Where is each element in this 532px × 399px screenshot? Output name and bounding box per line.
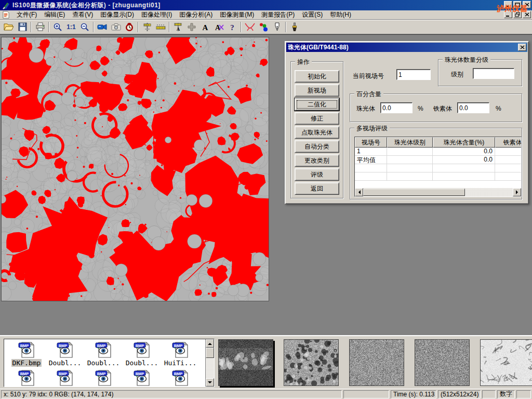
mdi-close-button[interactable] <box>523 11 531 18</box>
correct-button[interactable]: 修正 <box>295 112 339 125</box>
dialog-title-bar[interactable]: 珠光体(GB/T9441-88) <box>286 43 527 52</box>
scroll-down-button[interactable] <box>206 378 214 387</box>
menu-image-measure[interactable]: 图像测量(M) <box>216 10 258 20</box>
pearlite-percent-input[interactable] <box>380 102 413 113</box>
table-row[interactable]: 平均值 0.0 <box>355 156 521 164</box>
status-mode: 数字 <box>497 390 515 398</box>
ferrite-percent-input[interactable] <box>457 102 489 113</box>
current-field-input[interactable] <box>396 69 431 80</box>
menu-image-processing[interactable]: 图像处理(I) <box>138 10 176 20</box>
menu-view[interactable]: 查看(V) <box>69 10 97 20</box>
cell-pearlite <box>433 172 495 180</box>
actual-size-icon[interactable]: 1:1 <box>64 21 78 33</box>
status-empty-3 <box>516 390 531 398</box>
percent-group: 百分含量 珠光体 % 铁素体 % <box>350 94 522 122</box>
return-button[interactable]: 返回 <box>295 182 339 195</box>
thumbnail-1[interactable] <box>218 339 273 386</box>
pen-tool-icon[interactable] <box>270 21 284 33</box>
change-category-button[interactable]: 更改类别 <box>295 154 339 167</box>
bmp-file-icon <box>133 369 151 387</box>
color-points-icon[interactable] <box>257 21 270 33</box>
bmp-file-icon <box>171 341 189 358</box>
scroll-left-button[interactable] <box>355 188 363 196</box>
move-cross-icon[interactable] <box>185 21 198 33</box>
file-item[interactable]: Doubl... <box>46 341 84 367</box>
video-camera-icon[interactable] <box>96 21 109 33</box>
mdi-restore-button[interactable] <box>513 11 522 18</box>
scroll-up-button[interactable] <box>206 339 214 348</box>
grading-group-label: 珠光体数量分级 <box>443 56 490 64</box>
thumbnail-5[interactable] <box>480 339 532 386</box>
text-style-icon[interactable]: A <box>212 21 225 33</box>
menu-edit[interactable]: 编辑(E) <box>41 10 69 20</box>
scrollbar-thumb[interactable] <box>363 189 465 196</box>
file-list-scrollbar[interactable] <box>205 339 214 387</box>
menu-help[interactable]: 帮助(H) <box>326 10 355 20</box>
caliper-vertical-icon[interactable] <box>140 21 154 33</box>
table-row[interactable]: 1 0.0 <box>355 148 521 156</box>
file-item[interactable] <box>84 369 123 387</box>
file-item[interactable]: Doubl... <box>123 341 161 367</box>
file-item[interactable]: Doubl... <box>84 341 123 367</box>
rate-button[interactable]: 评级 <box>295 168 339 181</box>
file-item[interactable] <box>7 369 46 387</box>
thumbnail-strip <box>218 339 532 386</box>
new-field-button[interactable]: 新视场 <box>295 84 339 97</box>
toolbar-separator <box>138 22 139 32</box>
scrollbar-thumb[interactable] <box>206 348 214 358</box>
print-icon[interactable] <box>33 21 47 33</box>
menu-settings[interactable]: 设置(S) <box>298 10 326 20</box>
mdi-minimize-button[interactable] <box>504 11 512 18</box>
table-row[interactable] <box>355 164 521 172</box>
pearlite-dialog: 珠光体(GB/T9441-88) 操作 初始化 新视场 二值化 修正 点取珠光体… <box>285 41 529 204</box>
table-horizontal-scrollbar[interactable] <box>355 188 521 196</box>
metallographic-image[interactable] <box>1 37 269 301</box>
cell-ferrite <box>495 148 522 155</box>
file-item[interactable] <box>46 369 84 387</box>
zoom-out-icon[interactable] <box>78 21 91 33</box>
scrollbar-track[interactable] <box>465 188 513 196</box>
operations-group-label: 操作 <box>295 58 312 66</box>
capture-camera-icon[interactable] <box>109 21 123 33</box>
binarize-button[interactable]: 二值化 <box>295 98 339 111</box>
cell-pearlite: 0.0 <box>433 156 495 164</box>
timer-clock-icon[interactable] <box>123 21 136 33</box>
curve-tool-icon[interactable] <box>243 21 257 33</box>
menu-measure-report[interactable]: 测量报告(P) <box>258 10 298 20</box>
paint-brush-icon[interactable] <box>288 21 301 33</box>
ferrite-label: 铁素体 <box>433 104 452 113</box>
thumbnail-4[interactable] <box>415 339 470 386</box>
file-item[interactable]: DKF.bmp <box>7 341 46 367</box>
percent-group-label: 百分含量 <box>354 90 383 99</box>
window-close-button[interactable] <box>523 1 531 8</box>
thumbnail-3[interactable] <box>349 339 404 386</box>
open-file-icon[interactable] <box>2 21 16 33</box>
status-time: Time (s): 0.113 <box>391 390 436 398</box>
window-maximize-button[interactable] <box>513 1 522 8</box>
scroll-right-button[interactable] <box>513 188 521 196</box>
zoom-in-icon[interactable] <box>51 21 64 33</box>
menu-image-analysis[interactable]: 图像分析(A) <box>176 10 216 20</box>
caliper-text-icon[interactable]: A <box>171 21 185 33</box>
bmp-file-icon <box>95 341 112 358</box>
bmp-file-icon <box>18 369 35 387</box>
file-item[interactable] <box>161 369 200 387</box>
ruler-horizontal-icon[interactable] <box>154 21 167 33</box>
file-item[interactable] <box>123 369 161 387</box>
text-annotation-icon[interactable]: A <box>198 21 212 33</box>
menu-file[interactable]: 文件(F) <box>13 10 41 20</box>
document-icon <box>2 11 10 19</box>
auto-classify-button[interactable]: 自动分类 <box>295 140 339 153</box>
file-item[interactable]: HuiTi... <box>161 341 200 367</box>
menu-image-display[interactable]: 图像显示(D) <box>97 10 138 20</box>
initialize-button[interactable]: 初始化 <box>295 70 339 83</box>
bmp-file-icon <box>18 341 35 358</box>
table-row[interactable] <box>355 172 521 181</box>
dialog-close-button[interactable] <box>518 44 526 51</box>
pick-pearlite-button[interactable]: 点取珠光体 <box>295 126 339 139</box>
help-icon[interactable]: ? <box>225 21 239 33</box>
window-minimize-button[interactable] <box>504 1 512 8</box>
level-input[interactable] <box>473 68 514 79</box>
save-icon[interactable] <box>16 21 29 33</box>
thumbnail-2[interactable] <box>284 339 339 386</box>
